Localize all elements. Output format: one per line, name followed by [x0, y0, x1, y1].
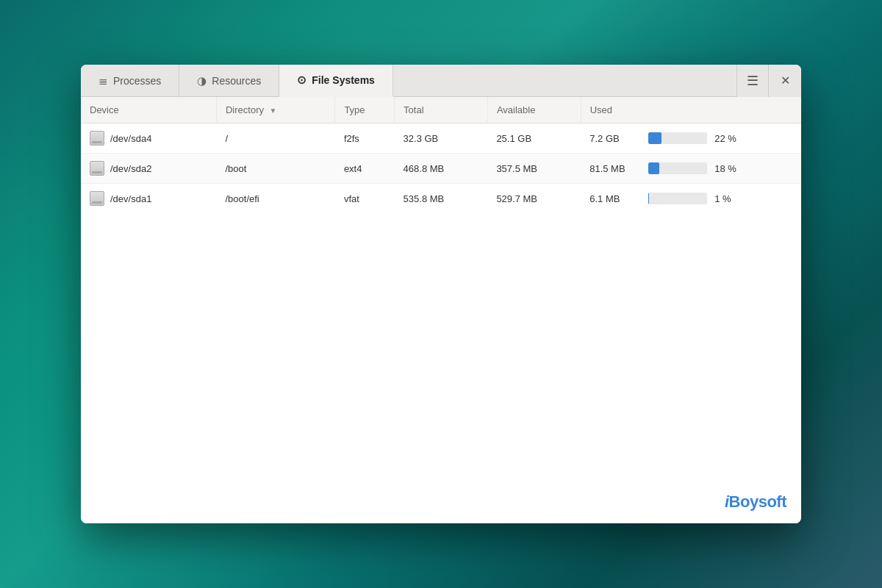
tab-resources[interactable]: ◑ Resources — [179, 65, 279, 96]
usage-bar-fill — [648, 162, 659, 174]
table-row: /dev/sda1/boot/efivfat535.8 MB529.7 MB 6… — [81, 184, 801, 214]
filesystem-table: Device Directory ▼ Type Total Available — [81, 97, 801, 213]
usage-percent: 1 % — [714, 193, 740, 204]
table-row: /dev/sda2/bootext4468.8 MB357.5 MB 81.5 … — [81, 154, 801, 184]
cell-used: 6.1 MB 1 % — [581, 184, 801, 214]
watermark: iBoysoft — [725, 492, 786, 512]
drive-icon — [90, 131, 104, 146]
window-controls: ☰ ✕ — [736, 65, 801, 96]
device-label: /dev/sda4 — [110, 133, 151, 144]
cell-available: 357.5 MB — [487, 154, 581, 184]
cell-total: 32.3 GB — [395, 123, 488, 154]
cell-device: /dev/sda4 — [81, 123, 216, 154]
main-content: Device Directory ▼ Type Total Available — [81, 97, 801, 523]
drive-icon — [90, 191, 104, 206]
cell-available: 25.1 GB — [487, 123, 581, 154]
col-header-type[interactable]: Type — [335, 97, 395, 123]
cell-directory: /boot — [216, 154, 334, 184]
cell-type: f2fs — [335, 123, 395, 154]
device-label: /dev/sda1 — [110, 193, 151, 204]
cell-directory: /boot/efi — [216, 184, 334, 214]
cell-used: 81.5 MB 18 % — [581, 154, 801, 184]
cell-type: ext4 — [335, 154, 395, 184]
table-header-row: Device Directory ▼ Type Total Available — [81, 97, 801, 123]
tab-filesystems[interactable]: ⊙ File Systems — [279, 65, 393, 97]
close-button[interactable]: ✕ — [769, 65, 801, 97]
sort-arrow-icon: ▼ — [270, 107, 277, 115]
resources-icon: ◑ — [197, 74, 207, 87]
cell-device: /dev/sda2 — [81, 154, 216, 184]
cell-total: 535.8 MB — [395, 184, 488, 214]
cell-available: 529.7 MB — [487, 184, 581, 214]
col-header-available[interactable]: Available — [487, 97, 581, 123]
cell-type: vfat — [335, 184, 395, 214]
cell-directory: / — [216, 123, 334, 154]
usage-bar — [648, 132, 707, 144]
hamburger-icon: ☰ — [747, 73, 759, 89]
filesystems-icon: ⊙ — [297, 74, 306, 87]
cell-total: 468.8 MB — [395, 154, 488, 184]
tab-resources-label: Resources — [212, 75, 261, 87]
watermark-suffix: Boysoft — [729, 492, 786, 511]
drive-icon — [90, 161, 104, 176]
col-header-total[interactable]: Total — [395, 97, 488, 123]
tab-filesystems-label: File Systems — [312, 74, 375, 86]
processes-icon: ≣ — [98, 74, 108, 87]
tab-processes[interactable]: ≣ Processes — [81, 65, 179, 96]
col-header-device[interactable]: Device — [81, 97, 216, 123]
used-value: 6.1 MB — [589, 193, 641, 204]
table-row: /dev/sda4/f2fs32.3 GB25.1 GB 7.2 GB 22 % — [81, 123, 801, 154]
watermark-prefix: i — [725, 492, 729, 511]
cell-device: /dev/sda1 — [81, 184, 216, 214]
close-icon: ✕ — [781, 74, 790, 87]
col-header-used[interactable]: Used — [581, 97, 801, 123]
tab-processes-label: Processes — [113, 75, 161, 87]
usage-percent: 22 % — [714, 133, 740, 144]
usage-bar — [648, 162, 707, 174]
app-window: ≣ Processes ◑ Resources ⊙ File Systems ☰… — [81, 65, 801, 523]
usage-bar — [648, 193, 707, 204]
used-value: 7.2 GB — [589, 133, 641, 144]
titlebar: ≣ Processes ◑ Resources ⊙ File Systems ☰… — [81, 65, 801, 97]
used-value: 81.5 MB — [589, 163, 641, 174]
menu-button[interactable]: ☰ — [736, 65, 769, 97]
device-label: /dev/sda2 — [110, 163, 151, 174]
col-header-directory[interactable]: Directory ▼ — [216, 97, 334, 123]
usage-percent: 18 % — [714, 163, 740, 174]
usage-bar-fill — [648, 132, 662, 144]
cell-used: 7.2 GB 22 % — [581, 123, 801, 154]
usage-bar-fill — [648, 193, 649, 204]
